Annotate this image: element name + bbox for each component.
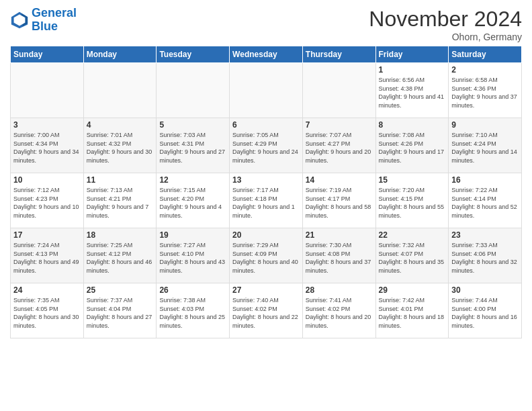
day-detail: Sunrise: 6:58 AMSunset: 4:36 PMDaylight:… [451, 76, 519, 109]
day-number: 6 [232, 120, 300, 130]
calendar-cell: 8Sunrise: 7:08 AMSunset: 4:26 PMDaylight… [375, 118, 449, 173]
logo-text: General Blue [32, 7, 77, 34]
calendar-cell: 18Sunrise: 7:25 AMSunset: 4:12 PMDayligh… [83, 228, 157, 283]
day-detail: Sunrise: 7:38 AMSunset: 4:03 PMDaylight:… [159, 296, 226, 330]
column-header-saturday: Saturday [449, 46, 522, 63]
calendar-cell: 19Sunrise: 7:27 AMSunset: 4:10 PMDayligh… [157, 228, 230, 283]
day-detail: Sunrise: 7:30 AMSunset: 4:08 PMDaylight:… [306, 241, 373, 275]
column-header-monday: Monday [83, 46, 157, 63]
day-number: 8 [379, 120, 446, 130]
day-number: 20 [232, 230, 300, 240]
calendar-cell: 9Sunrise: 7:10 AMSunset: 4:24 PMDaylight… [449, 118, 522, 173]
calendar-cell: 3Sunrise: 7:00 AMSunset: 4:34 PMDaylight… [11, 118, 84, 173]
calendar-cell: 30Sunrise: 7:44 AMSunset: 4:00 PMDayligh… [449, 283, 522, 338]
day-detail: Sunrise: 7:25 AMSunset: 4:12 PMDaylight:… [87, 241, 154, 275]
day-number: 22 [379, 230, 446, 240]
calendar-cell: 24Sunrise: 7:35 AMSunset: 4:05 PMDayligh… [11, 283, 84, 338]
logo-blue: Blue [32, 19, 58, 33]
calendar-cell: 28Sunrise: 7:41 AMSunset: 4:02 PMDayligh… [302, 283, 375, 338]
logo-general: General [32, 6, 77, 19]
calendar-cell: 25Sunrise: 7:37 AMSunset: 4:04 PMDayligh… [83, 283, 157, 338]
day-detail: Sunrise: 7:29 AMSunset: 4:09 PMDaylight:… [232, 241, 300, 275]
calendar-cell: 13Sunrise: 7:17 AMSunset: 4:18 PMDayligh… [230, 173, 303, 228]
calendar-week-3: 10Sunrise: 7:12 AMSunset: 4:23 PMDayligh… [11, 173, 522, 228]
calendar-cell: 29Sunrise: 7:42 AMSunset: 4:01 PMDayligh… [375, 283, 449, 338]
day-number: 15 [379, 175, 446, 185]
column-header-tuesday: Tuesday [157, 46, 230, 63]
calendar-cell: 16Sunrise: 7:22 AMSunset: 4:14 PMDayligh… [449, 173, 522, 228]
day-detail: Sunrise: 7:08 AMSunset: 4:26 PMDaylight:… [379, 131, 446, 165]
day-number: 17 [13, 230, 81, 240]
title-block: November 2024 Ohorn, Germany [369, 7, 522, 42]
calendar-cell: 27Sunrise: 7:40 AMSunset: 4:02 PMDayligh… [230, 283, 303, 338]
calendar-cell [11, 63, 84, 118]
month-title: November 2024 [369, 7, 522, 32]
day-number: 28 [306, 285, 373, 295]
day-number: 11 [87, 175, 154, 185]
column-header-wednesday: Wednesday [230, 46, 303, 63]
day-detail: Sunrise: 7:10 AMSunset: 4:24 PMDaylight:… [451, 131, 519, 165]
day-detail: Sunrise: 7:37 AMSunset: 4:04 PMDaylight:… [87, 296, 154, 330]
calendar-cell: 12Sunrise: 7:15 AMSunset: 4:20 PMDayligh… [157, 173, 230, 228]
day-number: 16 [451, 175, 519, 185]
day-number: 14 [306, 175, 373, 185]
day-number: 12 [159, 175, 226, 185]
day-number: 2 [451, 65, 519, 75]
header: General Blue November 2024 Ohorn, German… [10, 7, 522, 42]
day-number: 18 [87, 230, 154, 240]
day-detail: Sunrise: 7:20 AMSunset: 4:15 PMDaylight:… [379, 186, 446, 220]
day-detail: Sunrise: 7:00 AMSunset: 4:34 PMDaylight:… [13, 131, 81, 165]
day-number: 9 [451, 120, 519, 130]
calendar-cell: 6Sunrise: 7:05 AMSunset: 4:29 PMDaylight… [230, 118, 303, 173]
day-detail: Sunrise: 7:12 AMSunset: 4:23 PMDaylight:… [13, 186, 81, 220]
calendar-week-2: 3Sunrise: 7:00 AMSunset: 4:34 PMDaylight… [11, 118, 522, 173]
calendar-week-5: 24Sunrise: 7:35 AMSunset: 4:05 PMDayligh… [11, 283, 522, 338]
day-detail: Sunrise: 7:07 AMSunset: 4:27 PMDaylight:… [306, 131, 373, 165]
day-detail: Sunrise: 7:41 AMSunset: 4:02 PMDaylight:… [306, 296, 373, 330]
day-number: 10 [13, 175, 81, 185]
day-detail: Sunrise: 7:27 AMSunset: 4:10 PMDaylight:… [159, 241, 226, 275]
day-detail: Sunrise: 6:56 AMSunset: 4:38 PMDaylight:… [379, 76, 446, 109]
day-number: 5 [159, 120, 226, 130]
day-detail: Sunrise: 7:22 AMSunset: 4:14 PMDaylight:… [451, 186, 519, 220]
day-detail: Sunrise: 7:32 AMSunset: 4:07 PMDaylight:… [379, 241, 446, 275]
day-number: 29 [379, 285, 446, 295]
logo-icon [10, 11, 29, 30]
day-number: 21 [306, 230, 373, 240]
calendar-cell: 22Sunrise: 7:32 AMSunset: 4:07 PMDayligh… [375, 228, 449, 283]
day-detail: Sunrise: 7:15 AMSunset: 4:20 PMDaylight:… [159, 186, 226, 220]
column-header-thursday: Thursday [302, 46, 375, 63]
day-number: 26 [159, 285, 226, 295]
day-detail: Sunrise: 7:17 AMSunset: 4:18 PMDaylight:… [232, 186, 300, 220]
day-number: 7 [306, 120, 373, 130]
calendar-cell [230, 63, 303, 118]
calendar-cell: 5Sunrise: 7:03 AMSunset: 4:31 PMDaylight… [157, 118, 230, 173]
calendar-cell: 2Sunrise: 6:58 AMSunset: 4:36 PMDaylight… [449, 63, 522, 118]
day-number: 1 [379, 65, 446, 75]
day-detail: Sunrise: 7:42 AMSunset: 4:01 PMDaylight:… [379, 296, 446, 330]
calendar-cell: 14Sunrise: 7:19 AMSunset: 4:17 PMDayligh… [302, 173, 375, 228]
day-number: 3 [13, 120, 81, 130]
day-detail: Sunrise: 7:44 AMSunset: 4:00 PMDaylight:… [451, 296, 519, 330]
day-detail: Sunrise: 7:03 AMSunset: 4:31 PMDaylight:… [159, 131, 226, 165]
calendar-cell: 20Sunrise: 7:29 AMSunset: 4:09 PMDayligh… [230, 228, 303, 283]
calendar-cell: 26Sunrise: 7:38 AMSunset: 4:03 PMDayligh… [157, 283, 230, 338]
day-number: 23 [451, 230, 519, 240]
calendar-table: SundayMondayTuesdayWednesdayThursdayFrid… [10, 46, 522, 338]
calendar-cell [302, 63, 375, 118]
calendar-cell: 7Sunrise: 7:07 AMSunset: 4:27 PMDaylight… [302, 118, 375, 173]
calendar-cell: 11Sunrise: 7:13 AMSunset: 4:21 PMDayligh… [83, 173, 157, 228]
calendar-cell: 23Sunrise: 7:33 AMSunset: 4:06 PMDayligh… [449, 228, 522, 283]
day-detail: Sunrise: 7:40 AMSunset: 4:02 PMDaylight:… [232, 296, 300, 330]
day-number: 13 [232, 175, 300, 185]
calendar-cell: 17Sunrise: 7:24 AMSunset: 4:13 PMDayligh… [11, 228, 84, 283]
day-detail: Sunrise: 7:01 AMSunset: 4:32 PMDaylight:… [87, 131, 154, 165]
day-number: 24 [13, 285, 81, 295]
day-detail: Sunrise: 7:13 AMSunset: 4:21 PMDaylight:… [87, 186, 154, 220]
calendar-cell: 10Sunrise: 7:12 AMSunset: 4:23 PMDayligh… [11, 173, 84, 228]
calendar-week-4: 17Sunrise: 7:24 AMSunset: 4:13 PMDayligh… [11, 228, 522, 283]
calendar-cell: 1Sunrise: 6:56 AMSunset: 4:38 PMDaylight… [375, 63, 449, 118]
location: Ohorn, Germany [369, 32, 522, 42]
calendar-cell: 4Sunrise: 7:01 AMSunset: 4:32 PMDaylight… [83, 118, 157, 173]
day-detail: Sunrise: 7:35 AMSunset: 4:05 PMDaylight:… [13, 296, 81, 330]
